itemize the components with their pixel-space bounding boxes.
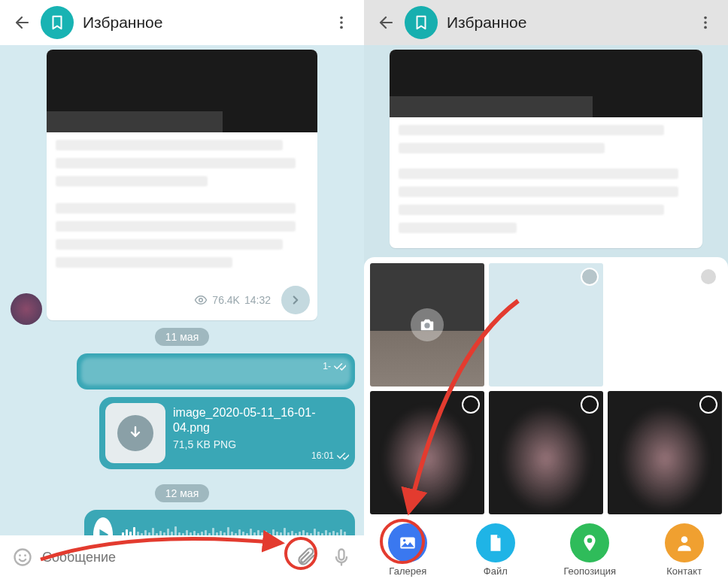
file-name: image_2020-05-11_16-01-04.png: [173, 405, 349, 435]
select-circle[interactable]: [581, 396, 599, 414]
forwarded-image: [390, 50, 702, 117]
svg-point-1: [340, 21, 343, 24]
gallery-thumb-4[interactable]: [489, 391, 603, 514]
voice-message[interactable]: 00:09 06:14: [84, 510, 355, 535]
forwarded-text-body: [390, 117, 702, 248]
gallery-thumb-1[interactable]: [489, 263, 603, 387]
download-button[interactable]: [117, 415, 153, 451]
gallery-thumb-2[interactable]: [608, 263, 722, 387]
attachment-sheet-screen: Избранное: [364, 0, 728, 579]
select-circle[interactable]: [699, 396, 717, 414]
file-message[interactable]: image_2020-05-11_16-01-04.png 71,5 KB PN…: [99, 397, 355, 469]
composer: [0, 535, 364, 579]
more-vertical-icon: [333, 14, 350, 31]
select-circle[interactable]: [581, 268, 599, 286]
gallery-grid: [370, 263, 722, 514]
header: Избранное: [0, 0, 364, 45]
more-button[interactable]: [326, 8, 356, 38]
forwarded-message[interactable]: 76.4K 14:32: [47, 50, 317, 320]
select-circle[interactable]: [699, 268, 717, 286]
svg-rect-7: [339, 550, 344, 560]
file-time: 16:01: [173, 450, 349, 461]
chat-avatar[interactable]: [41, 6, 74, 39]
chat-screen-left: Избранное 76.4K 14:32: [0, 0, 364, 579]
location-icon: [580, 533, 599, 553]
gallery-thumb-3[interactable]: [370, 391, 484, 514]
svg-point-2: [340, 26, 343, 29]
action-gallery[interactable]: Галерея: [388, 523, 427, 577]
date-separator-2: 12 мая: [9, 477, 355, 510]
svg-point-13: [403, 539, 405, 541]
file-thumbnail[interactable]: [105, 403, 165, 463]
file-info: image_2020-05-11_16-01-04.png 71,5 KB PN…: [173, 403, 349, 463]
chat-title[interactable]: Избранное: [83, 14, 326, 32]
message-input[interactable]: [42, 550, 287, 565]
action-file[interactable]: Файл: [476, 523, 515, 577]
file-size: 71,5 KB PNG: [173, 435, 349, 450]
date-separator: 11 мая: [9, 320, 355, 353]
svg-point-14: [587, 538, 593, 543]
gallery-thumb-5[interactable]: [608, 391, 722, 514]
double-check-icon: [334, 362, 346, 371]
action-contact[interactable]: Контакт: [665, 523, 704, 577]
action-location-label: Геопозиция: [563, 565, 616, 577]
attachment-actions: Галерея Файл Геопозиция Контакт: [364, 520, 728, 579]
date-label-2: 12 мая: [155, 484, 209, 502]
go-to-message-button[interactable]: [281, 286, 310, 314]
play-button[interactable]: [93, 517, 113, 535]
chat-body[interactable]: 76.4K 14:32 11 мая 1- image_2020-05-1: [0, 45, 364, 535]
action-location[interactable]: Геопозиция: [563, 523, 616, 577]
attachment-sheet[interactable]: [364, 257, 728, 520]
mic-button[interactable]: [326, 542, 356, 572]
camera-button[interactable]: [411, 308, 444, 341]
svg-point-11: [424, 323, 429, 328]
forwarded-time: 14:32: [244, 294, 271, 306]
svg-point-0: [340, 17, 343, 20]
bookmark-icon: [49, 14, 65, 31]
forwarded-image: [47, 50, 317, 132]
sender-avatar[interactable]: [11, 293, 42, 325]
eye-icon: [194, 293, 208, 307]
double-check-icon: [337, 451, 349, 460]
svg-point-4: [15, 550, 31, 565]
svg-point-3: [199, 299, 203, 302]
action-gallery-label: Галерея: [389, 565, 426, 577]
forwarded-message: [390, 50, 702, 248]
chat-body-right: [364, 45, 728, 257]
smile-icon: [12, 547, 33, 568]
emoji-button[interactable]: [8, 542, 38, 572]
gallery-icon: [398, 533, 417, 553]
svg-point-15: [681, 536, 687, 543]
paperclip-icon: [296, 547, 317, 568]
waveform[interactable]: [122, 524, 346, 535]
contact-icon: [675, 533, 694, 553]
svg-point-6: [24, 554, 26, 556]
back-arrow-icon: [14, 14, 32, 32]
action-contact-label: Контакт: [666, 565, 702, 577]
camera-icon: [419, 317, 435, 333]
back-button[interactable]: [8, 8, 38, 38]
svg-point-5: [19, 554, 21, 556]
views-count: 76.4K: [212, 294, 240, 306]
camera-thumbnail[interactable]: [370, 263, 484, 387]
outgoing-message-1[interactable]: 1-: [77, 353, 355, 390]
forwarded-text-body: [47, 132, 317, 283]
play-icon: [95, 526, 111, 535]
date-label: 11 мая: [155, 328, 209, 346]
download-icon: [126, 424, 144, 442]
message-meta: 76.4K 14:32: [47, 283, 317, 320]
chevron-right-icon: [289, 293, 302, 307]
mic-icon: [331, 547, 352, 568]
select-circle[interactable]: [462, 396, 480, 414]
file-icon: [486, 533, 505, 553]
attach-button[interactable]: [292, 542, 322, 572]
action-file-label: Файл: [484, 565, 508, 577]
